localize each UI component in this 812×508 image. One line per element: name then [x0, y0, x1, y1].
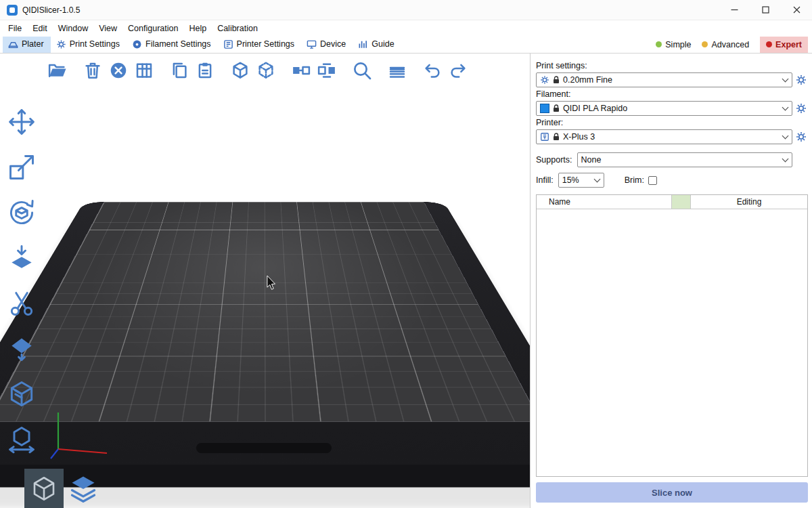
viewport-toolbar [45, 58, 471, 83]
open-folder-icon [47, 60, 68, 81]
tab-filament-settings[interactable]: Filament Settings [127, 37, 218, 53]
redo-button[interactable] [445, 58, 471, 83]
filament-label: Filament: [536, 89, 808, 99]
rotate-button[interactable] [3, 196, 41, 230]
app-window: QIDISlicer-1.0.5 File Edit Window View C… [0, 0, 812, 508]
close-button[interactable] [781, 0, 812, 20]
mode-simple[interactable]: Simple [656, 40, 691, 49]
minimize-button[interactable] [719, 0, 750, 20]
tab-print-settings[interactable]: Print Settings [51, 37, 127, 53]
bed-handle [196, 443, 332, 453]
simple-mode-dot-icon [656, 41, 662, 47]
brim-checkbox[interactable] [648, 176, 657, 185]
search-button[interactable] [349, 58, 375, 83]
delete-all-button[interactable] [106, 58, 131, 83]
chevron-down-icon [782, 156, 789, 163]
tab-label: Plater [22, 39, 44, 49]
copy-button[interactable] [166, 58, 192, 83]
slice-now-button[interactable]: Slice now [536, 482, 808, 503]
expert-mode-dot-icon [766, 41, 772, 47]
open-project-button[interactable] [45, 58, 70, 83]
tab-printer-settings[interactable]: Printer Settings [218, 37, 301, 53]
seam-button[interactable] [3, 332, 41, 366]
preview-button[interactable] [64, 469, 103, 508]
scale-icon [7, 152, 37, 182]
close-icon [793, 6, 800, 14]
tab-label: Print Settings [70, 39, 120, 49]
menu-view[interactable]: View [93, 22, 122, 35]
cut-button[interactable] [3, 287, 41, 320]
move-button[interactable] [3, 105, 41, 139]
gear-icon [796, 75, 807, 85]
printer-gear-button[interactable] [794, 129, 808, 144]
redo-icon [448, 60, 468, 81]
menu-file[interactable]: File [3, 22, 27, 35]
menu-help[interactable]: Help [183, 22, 212, 35]
chevron-down-icon [782, 104, 789, 111]
undo-button[interactable] [420, 58, 445, 83]
maximize-icon [762, 6, 769, 14]
printer-settings-icon [223, 39, 233, 49]
gear-icon [796, 103, 807, 114]
column-editing: Editing [691, 195, 807, 209]
guide-icon [358, 39, 368, 49]
variable-layer-height-button[interactable] [384, 58, 410, 83]
3d-viewport[interactable] [0, 54, 530, 508]
object-list-body[interactable] [537, 209, 807, 476]
mode-label: Expert [775, 40, 802, 49]
scale-button[interactable] [3, 150, 41, 184]
print-settings-label: Print settings: [536, 61, 808, 70]
place-on-face-button[interactable] [3, 241, 41, 275]
tab-device[interactable]: Device [301, 37, 353, 53]
filament-gear-button[interactable] [794, 101, 808, 116]
lock-icon [553, 76, 560, 84]
filament-settings-icon [132, 39, 142, 49]
print-settings-value: 0.20mm Fine [563, 75, 612, 85]
paint-button[interactable] [3, 377, 41, 411]
filament-color-swatch [540, 104, 549, 113]
split-objects-icon [291, 60, 311, 81]
menu-configuration[interactable]: Configuration [122, 22, 183, 35]
minimize-icon [731, 6, 738, 14]
filament-combo[interactable]: QIDI PLA Rapido [536, 101, 792, 116]
print-settings-gear-button[interactable] [794, 72, 808, 87]
menu-window[interactable]: Window [53, 22, 93, 35]
menu-calibration[interactable]: Calibration [212, 22, 263, 35]
add-instance-button[interactable] [227, 58, 253, 83]
split-to-parts-button[interactable] [314, 58, 340, 83]
editor-view-button[interactable] [24, 469, 64, 508]
supports-label: Supports: [536, 155, 572, 165]
measure-button[interactable] [3, 423, 41, 457]
tab-plater[interactable]: Plater [3, 37, 51, 53]
menu-bar: File Edit Window View Configuration Help… [0, 20, 812, 36]
tab-guide[interactable]: Guide [353, 37, 401, 53]
supports-combo[interactable]: None [577, 152, 792, 167]
plater-icon [8, 39, 18, 49]
layer-height-icon [387, 60, 407, 81]
print-settings-combo[interactable]: 0.20mm Fine [536, 72, 792, 87]
tab-label: Printer Settings [237, 39, 294, 49]
object-list-header: Name Editing [537, 195, 807, 209]
tab-label: Guide [371, 39, 394, 49]
chevron-down-icon [782, 133, 789, 140]
maximize-button[interactable] [750, 0, 781, 20]
split-to-objects-button[interactable] [288, 58, 314, 83]
brim-label: Brim: [625, 175, 644, 185]
window-title: QIDISlicer-1.0.5 [22, 5, 80, 15]
title-bar: QIDISlicer-1.0.5 [0, 0, 812, 20]
delete-button[interactable] [80, 58, 106, 83]
infill-combo[interactable]: 15% [558, 173, 604, 188]
lock-icon [553, 133, 560, 141]
mode-expert[interactable]: Expert [760, 37, 808, 53]
remove-instance-button[interactable] [253, 58, 279, 83]
move-icon [7, 107, 37, 137]
menu-edit[interactable]: Edit [27, 22, 53, 35]
arrange-button[interactable] [131, 58, 157, 83]
object-list: Name Editing [536, 194, 808, 477]
mouse-cursor-icon [265, 276, 277, 291]
rotate-icon [7, 198, 37, 228]
printer-combo[interactable]: X-Plus 3 [536, 129, 792, 144]
mode-advanced[interactable]: Advanced [702, 40, 749, 49]
tab-label: Filament Settings [145, 39, 211, 49]
paste-button[interactable] [192, 58, 218, 83]
